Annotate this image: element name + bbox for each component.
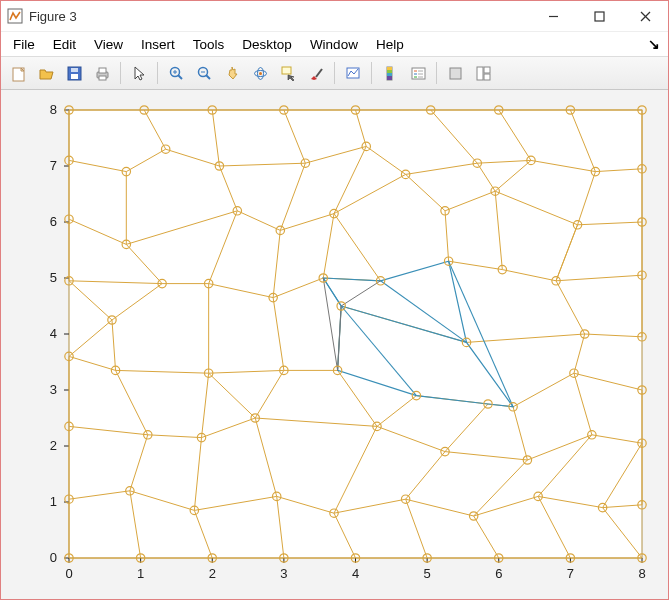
menu-view[interactable]: View xyxy=(86,35,131,54)
zoom-out-icon[interactable] xyxy=(191,60,217,86)
menubar: File Edit View Insert Tools Desktop Wind… xyxy=(1,32,668,56)
svg-rect-41 xyxy=(69,110,642,558)
svg-rect-40 xyxy=(484,74,490,80)
svg-text:7: 7 xyxy=(567,566,574,581)
axes[interactable]: 012345678012345678 xyxy=(1,90,669,600)
svg-rect-29 xyxy=(387,76,392,80)
svg-text:8: 8 xyxy=(638,566,645,581)
svg-rect-39 xyxy=(484,67,490,73)
matlab-figure-icon xyxy=(7,8,23,24)
open-icon[interactable] xyxy=(33,60,59,86)
svg-rect-11 xyxy=(99,76,106,80)
svg-rect-8 xyxy=(71,68,78,72)
hide-tools-icon[interactable] xyxy=(442,60,468,86)
close-button[interactable] xyxy=(622,1,668,31)
data-cursor-icon[interactable] xyxy=(275,60,301,86)
svg-text:5: 5 xyxy=(50,270,57,285)
svg-text:5: 5 xyxy=(424,566,431,581)
show-tools-icon[interactable] xyxy=(470,60,496,86)
menu-file[interactable]: File xyxy=(5,35,43,54)
titlebar: Figure 3 xyxy=(1,1,668,32)
svg-text:8: 8 xyxy=(50,102,57,117)
svg-rect-22 xyxy=(282,67,291,74)
svg-rect-38 xyxy=(477,67,483,80)
figure-window: Figure 3 File Edit View Insert Tools Des… xyxy=(0,0,669,600)
svg-text:3: 3 xyxy=(280,566,287,581)
svg-text:0: 0 xyxy=(50,550,57,565)
pointer-icon[interactable] xyxy=(126,60,152,86)
svg-rect-28 xyxy=(387,73,392,76)
menu-edit[interactable]: Edit xyxy=(45,35,84,54)
svg-text:6: 6 xyxy=(50,214,57,229)
svg-rect-37 xyxy=(450,68,461,79)
toolbar xyxy=(1,56,668,90)
svg-text:4: 4 xyxy=(50,326,57,341)
window-title: Figure 3 xyxy=(29,9,77,24)
svg-line-17 xyxy=(206,75,210,79)
legend-icon[interactable] xyxy=(405,60,431,86)
svg-text:2: 2 xyxy=(209,566,216,581)
svg-rect-2 xyxy=(595,12,604,21)
menu-tools[interactable]: Tools xyxy=(185,35,233,54)
svg-text:2: 2 xyxy=(50,438,57,453)
save-icon[interactable] xyxy=(61,60,87,86)
svg-line-13 xyxy=(178,75,182,79)
svg-rect-7 xyxy=(71,74,78,79)
rotate-3d-icon[interactable] xyxy=(247,60,273,86)
pan-icon[interactable] xyxy=(219,60,245,86)
svg-rect-10 xyxy=(99,68,106,73)
svg-point-21 xyxy=(259,72,262,75)
menu-insert[interactable]: Insert xyxy=(133,35,183,54)
svg-text:7: 7 xyxy=(50,158,57,173)
maximize-button[interactable] xyxy=(576,1,622,31)
svg-rect-26 xyxy=(387,67,392,70)
svg-text:0: 0 xyxy=(65,566,72,581)
svg-text:1: 1 xyxy=(137,566,144,581)
link-plot-icon[interactable] xyxy=(340,60,366,86)
svg-text:4: 4 xyxy=(352,566,359,581)
plot-canvas: 012345678012345678 xyxy=(1,90,668,599)
svg-line-23 xyxy=(316,69,322,77)
svg-text:6: 6 xyxy=(495,566,502,581)
svg-rect-27 xyxy=(387,70,392,73)
menu-window[interactable]: Window xyxy=(302,35,366,54)
colorbar-icon[interactable] xyxy=(377,60,403,86)
new-figure-icon[interactable] xyxy=(5,60,31,86)
zoom-in-icon[interactable] xyxy=(163,60,189,86)
brush-icon[interactable] xyxy=(303,60,329,86)
menu-help[interactable]: Help xyxy=(368,35,412,54)
minimize-button[interactable] xyxy=(530,1,576,31)
print-icon[interactable] xyxy=(89,60,115,86)
dock-button[interactable]: ↘ xyxy=(644,36,664,52)
svg-text:1: 1 xyxy=(50,494,57,509)
svg-text:3: 3 xyxy=(50,382,57,397)
menu-desktop[interactable]: Desktop xyxy=(234,35,300,54)
